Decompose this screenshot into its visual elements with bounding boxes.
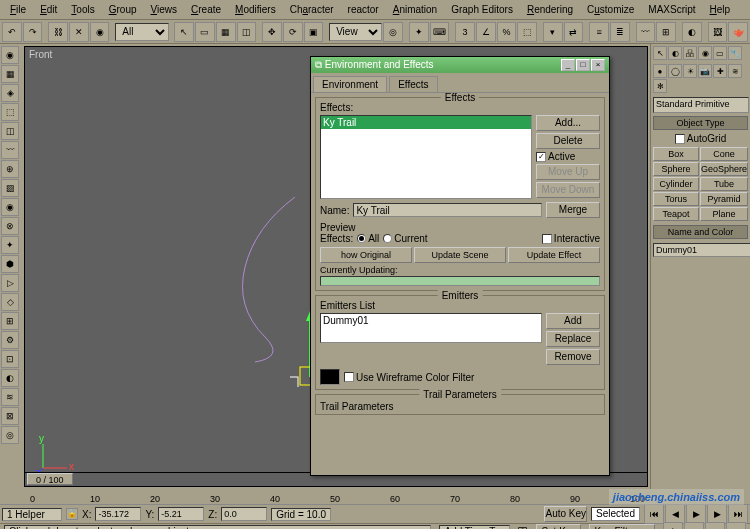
object-name-field[interactable] xyxy=(653,243,750,257)
maximize-button[interactable]: □ xyxy=(576,59,590,71)
active-checkbox[interactable]: ✓Active xyxy=(536,151,600,162)
merge-button[interactable]: Merge xyxy=(546,202,600,218)
minimize-button[interactable]: _ xyxy=(561,59,575,71)
display-tab-icon[interactable]: ▭ xyxy=(713,46,727,60)
align-button[interactable]: ≡ xyxy=(589,22,609,42)
schematic-button[interactable]: ⊞ xyxy=(656,22,676,42)
select-button[interactable]: ↖ xyxy=(174,22,194,42)
cone-button[interactable]: Cone xyxy=(700,147,748,161)
moveup-button[interactable]: Move Up xyxy=(536,164,600,180)
x-spinner[interactable] xyxy=(95,507,141,521)
radio-all[interactable]: All xyxy=(357,233,379,244)
tool-icon[interactable]: ⚙ xyxy=(1,331,19,349)
tab-effects[interactable]: Effects xyxy=(389,76,437,92)
cylinder-button[interactable]: Cylinder xyxy=(653,177,699,191)
menu-rendering[interactable]: Rendering xyxy=(521,2,579,17)
replace-emitter-button[interactable]: Replace xyxy=(546,331,600,347)
sphere-button[interactable]: Sphere xyxy=(653,162,699,176)
menu-tools[interactable]: Tools xyxy=(65,2,100,17)
tool-icon[interactable]: ◉ xyxy=(1,198,19,216)
move-button[interactable]: ✥ xyxy=(262,22,282,42)
select-name-button[interactable]: ▭ xyxy=(195,22,215,42)
box-button[interactable]: Box xyxy=(653,147,699,161)
setkey-button[interactable]: Set Key xyxy=(536,524,581,530)
menu-create[interactable]: Create xyxy=(185,2,227,17)
add-emitter-button[interactable]: Add xyxy=(546,313,600,329)
menu-animation[interactable]: Animation xyxy=(387,2,443,17)
menu-reactor[interactable]: reactor xyxy=(342,2,385,17)
teapot-button[interactable]: Teapot xyxy=(653,207,699,221)
remove-emitter-button[interactable]: Remove xyxy=(546,349,600,365)
time-slider-thumb[interactable]: 0 / 100 xyxy=(27,473,73,485)
tool-icon[interactable]: ⬚ xyxy=(1,103,19,121)
menu-file[interactable]: File xyxy=(4,2,32,17)
interactive-checkbox[interactable]: Interactive xyxy=(542,233,600,244)
show-original-button[interactable]: how Original xyxy=(320,247,412,263)
effects-list-item[interactable]: Ky Trail xyxy=(321,116,531,129)
motion-tab-icon[interactable]: ◉ xyxy=(698,46,712,60)
rotate-button[interactable]: ⟳ xyxy=(283,22,303,42)
autogrid-checkbox[interactable]: AutoGrid xyxy=(675,133,726,144)
menu-customize[interactable]: Customize xyxy=(581,2,640,17)
render-scene-button[interactable]: 🖼 xyxy=(708,22,728,42)
keymode-button[interactable]: ⌨ xyxy=(430,22,450,42)
wireframe-filter-checkbox[interactable]: Use Wireframe Color Filter xyxy=(344,372,474,383)
manip-button[interactable]: ✦ xyxy=(409,22,429,42)
shapes-icon[interactable]: ◯ xyxy=(668,64,682,78)
named-sel-button[interactable]: ▾ xyxy=(543,22,563,42)
nav-icon[interactable]: ◲ xyxy=(726,522,746,530)
effects-listbox[interactable]: Ky Trail xyxy=(320,115,532,199)
keyfilters-button[interactable]: Key Filters... xyxy=(589,524,655,530)
tool-icon[interactable]: ▷ xyxy=(1,274,19,292)
menu-views[interactable]: Views xyxy=(145,2,184,17)
update-effect-button[interactable]: Update Effect xyxy=(508,247,600,263)
undo-button[interactable]: ↶ xyxy=(2,22,22,42)
tool-icon[interactable]: ✦ xyxy=(1,236,19,254)
reactor-icon[interactable]: ◉ xyxy=(1,46,19,64)
tool-icon[interactable]: ◐ xyxy=(1,369,19,387)
goto-start-icon[interactable]: ⏮ xyxy=(644,504,664,524)
menu-grapheditors[interactable]: Graph Editors xyxy=(445,2,519,17)
select-region-button[interactable]: ▦ xyxy=(216,22,236,42)
time-tag-field[interactable]: Add Time Tag xyxy=(439,525,510,529)
menu-group[interactable]: Group xyxy=(103,2,143,17)
rollout-name-color[interactable]: Name and Color xyxy=(653,225,748,239)
movedown-button[interactable]: Move Down xyxy=(536,182,600,198)
tool-icon[interactable]: ≋ xyxy=(1,388,19,406)
cameras-icon[interactable]: 📷 xyxy=(698,64,712,78)
percentsnap-button[interactable]: % xyxy=(497,22,517,42)
close-button[interactable]: × xyxy=(591,59,605,71)
selection-filter-dropdown[interactable]: All xyxy=(115,23,168,41)
center-button[interactable]: ◎ xyxy=(383,22,403,42)
dialog-titlebar[interactable]: ⧉ Environment and Effects _ □ × xyxy=(311,57,609,73)
emitters-listbox[interactable]: Dummy01 xyxy=(320,313,542,343)
delete-effect-button[interactable]: Delete xyxy=(536,133,600,149)
category-dropdown[interactable]: Standard Primitive xyxy=(653,97,749,113)
menu-modifiers[interactable]: Modifiers xyxy=(229,2,282,17)
menu-maxscript[interactable]: MAXScript xyxy=(642,2,701,17)
hierarchy-tab-icon[interactable]: 品 xyxy=(683,46,697,60)
tab-environment[interactable]: Environment xyxy=(313,76,387,92)
anglesnap-button[interactable]: ∠ xyxy=(476,22,496,42)
scale-button[interactable]: ▣ xyxy=(304,22,324,42)
tool-icon[interactable]: ◫ xyxy=(1,122,19,140)
keymode-dropdown[interactable]: Selected xyxy=(591,507,640,521)
tool-icon[interactable]: ◇ xyxy=(1,293,19,311)
update-scene-button[interactable]: Update Scene xyxy=(414,247,506,263)
z-spinner[interactable] xyxy=(221,507,267,521)
unlink-button[interactable]: ✕ xyxy=(69,22,89,42)
modify-tab-icon[interactable]: ◐ xyxy=(668,46,682,60)
tool-icon[interactable]: ▦ xyxy=(1,65,19,83)
pyramid-button[interactable]: Pyramid xyxy=(700,192,748,206)
radio-current[interactable]: Current xyxy=(383,233,427,244)
tool-icon[interactable]: 〰 xyxy=(1,141,19,159)
tool-icon[interactable]: ⊕ xyxy=(1,160,19,178)
menu-edit[interactable]: Edit xyxy=(34,2,63,17)
tool-icon[interactable]: ◈ xyxy=(1,84,19,102)
menu-help[interactable]: Help xyxy=(704,2,737,17)
bind-button[interactable]: ◉ xyxy=(90,22,110,42)
nav-icon[interactable]: ⊕ xyxy=(684,522,704,530)
redo-button[interactable]: ↷ xyxy=(23,22,43,42)
emitter-item[interactable]: Dummy01 xyxy=(323,315,539,326)
link-button[interactable]: ⛓ xyxy=(48,22,68,42)
